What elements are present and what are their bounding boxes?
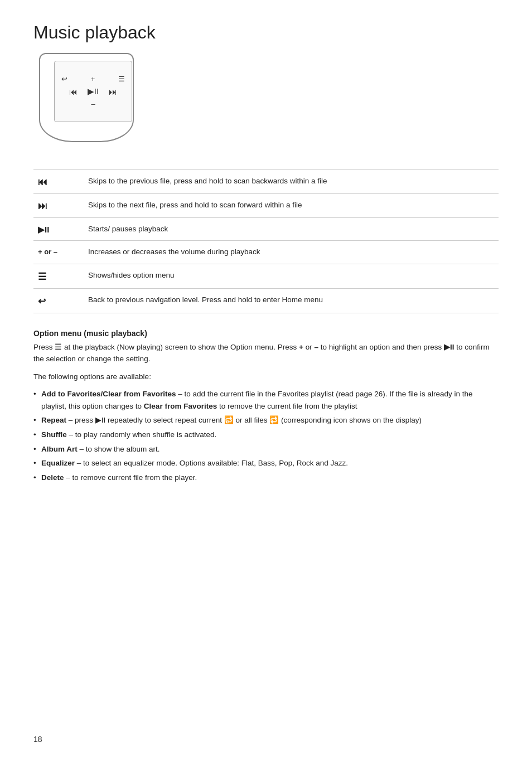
device-row-middle: ⏮ ▶II ⏭ — [55, 86, 132, 96]
list-item: Album Art – to show the album art. — [33, 443, 499, 455]
device-prev-icon: ⏮ — [69, 87, 78, 96]
option-menu-description: Press ☰ at the playback (Now playing) sc… — [33, 341, 499, 365]
symbol-cell: + or – — [33, 241, 84, 264]
table-row: + or – Increases or decreases the volume… — [33, 241, 499, 264]
device-menu-icon: ☰ — [118, 75, 125, 83]
option-rest: – press ▶II repeatedly to select repeat … — [69, 416, 422, 424]
table-row: ⏭ Skips to the next file, press and hold… — [33, 194, 499, 218]
option-menu-title: Option menu (music playback) — [33, 329, 499, 338]
page-title: Music playback — [33, 22, 499, 43]
symbol-cell: ⏮ — [33, 170, 84, 194]
option-rest: – to play randomly when shuffle is activ… — [69, 430, 217, 439]
list-item: Repeat – press ▶II repeatedly to select … — [33, 414, 499, 426]
page-number: 18 — [33, 735, 42, 744]
option-label: Repeat — [41, 416, 66, 424]
option-label: Album Art — [41, 445, 78, 453]
symbol-cell: ↩ — [33, 288, 84, 313]
desc-cell: Increases or decreases the volume during… — [84, 241, 499, 264]
desc-cell: Skips to the next file, press and hold t… — [84, 194, 499, 218]
table-row: ↩ Back to previous navigation level. Pre… — [33, 288, 499, 313]
table-row: ☰ Shows/hides option menu — [33, 264, 499, 288]
option-rest: – to show the album art. — [80, 445, 160, 453]
list-item: Equalizer – to select an equalizer mode.… — [33, 457, 499, 469]
device-next-icon: ⏭ — [109, 87, 117, 96]
option-list: Add to Favorites/Clear from Favorites – … — [33, 388, 499, 483]
device-illustration: ↩ + ☰ ⏮ ▶II ⏭ – — [33, 53, 142, 156]
device-row-bottom: – — [55, 100, 132, 108]
option-rest: – to select an equalizer mode. Options a… — [77, 459, 348, 467]
device-row-top: ↩ + ☰ — [55, 75, 132, 83]
symbol-cell: ▶II — [33, 218, 84, 241]
device-plus-icon: + — [91, 75, 95, 83]
desc-cell: Back to previous navigation level. Press… — [84, 288, 499, 313]
device-body: ↩ + ☰ ⏮ ▶II ⏭ – — [39, 53, 134, 142]
desc-text-1: Press — [33, 343, 55, 351]
controls-table: ⏮ Skips to the previous file, press and … — [33, 169, 499, 313]
desc-cell: Starts/ pauses playback — [84, 218, 499, 241]
option-label: Shuffle — [41, 430, 67, 439]
option-label: Add to Favorites/Clear from Favorites — [41, 390, 176, 398]
desc-menu-icon: ☰ — [55, 343, 62, 351]
list-item: Delete – to remove current file from the… — [33, 472, 499, 484]
table-row: ▶II Starts/ pauses playback — [33, 218, 499, 241]
option-menu-section: Option menu (music playback) Press ☰ at … — [33, 329, 499, 484]
desc-text-2: at the playback (Now playing) screen to … — [33, 343, 490, 363]
option-rest: – to remove current file from the player… — [66, 473, 197, 482]
list-item: Add to Favorites/Clear from Favorites – … — [33, 388, 499, 412]
device-play-icon: ▶II — [88, 86, 99, 96]
device-screen: ↩ + ☰ ⏮ ▶II ⏭ – — [54, 61, 132, 122]
option-label: Delete — [41, 473, 64, 482]
symbol-cell: ⏭ — [33, 194, 84, 218]
options-intro: The following options are available: — [33, 371, 499, 383]
symbol-cell: ☰ — [33, 264, 84, 288]
device-back-icon: ↩ — [61, 75, 67, 83]
device-minus-icon: – — [91, 100, 95, 108]
desc-cell: Skips to the previous file, press and ho… — [84, 170, 499, 194]
desc-cell: Shows/hides option menu — [84, 264, 499, 288]
list-item: Shuffle – to play randomly when shuffle … — [33, 429, 499, 441]
option-label: Equalizer — [41, 459, 75, 467]
table-row: ⏮ Skips to the previous file, press and … — [33, 170, 499, 194]
